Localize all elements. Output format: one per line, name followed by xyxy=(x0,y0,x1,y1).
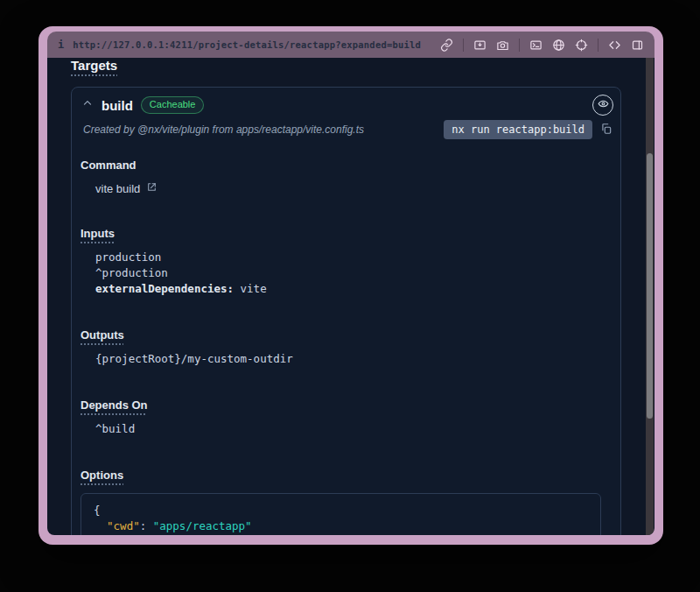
eye-icon xyxy=(598,98,609,112)
toolbar-divider xyxy=(598,39,598,52)
inputs-list: production ^production externalDependenc… xyxy=(95,250,606,297)
input-item: ^production xyxy=(95,265,606,281)
depends-on-item: ^build xyxy=(95,421,606,437)
target-details: Command vite build Inputs production ^pr… xyxy=(72,139,620,535)
code-json-key: "cwd" xyxy=(107,519,140,532)
section-inputs-label: Inputs xyxy=(80,227,115,240)
code-json-colon: : xyxy=(140,519,153,532)
output-item: {projectRoot}/my-custom-outdir xyxy=(95,351,606,367)
page-title: Targets xyxy=(71,58,117,73)
project-details-page: Targets build Cacheable xyxy=(47,58,642,535)
target-header-build[interactable]: build Cacheable xyxy=(72,88,620,116)
input-item: production xyxy=(95,250,606,265)
target-name: build xyxy=(102,98,133,113)
section-outputs-label: Outputs xyxy=(80,328,124,342)
download-icon[interactable] xyxy=(473,39,486,52)
command-value-row: vite build xyxy=(95,181,606,195)
browser-window: i http://127.0.0.1:4211/project-details/… xyxy=(38,26,663,545)
cacheable-badge: Cacheable xyxy=(141,96,205,114)
page-viewport: Targets build Cacheable xyxy=(47,58,654,535)
crosshair-icon[interactable] xyxy=(575,39,588,52)
toolbar-divider xyxy=(519,39,520,52)
globe-icon[interactable] xyxy=(552,39,565,52)
code-indent xyxy=(94,519,107,532)
depends-on-list: ^build xyxy=(95,421,606,437)
code-icon[interactable] xyxy=(608,39,621,52)
target-card-build: build Cacheable Created by @nx/vite/plug… xyxy=(71,87,621,535)
scrollbar-thumb[interactable] xyxy=(647,153,653,419)
section-command-label: Command xyxy=(80,159,136,172)
copy-command-button[interactable] xyxy=(600,123,612,137)
desktop-background: i http://127.0.0.1:4211/project-details/… xyxy=(0,0,700,592)
input-item: externalDependencies: vite xyxy=(95,281,606,297)
copy-icon xyxy=(600,123,612,137)
target-meta-row: Created by @nx/vite/plugin from apps/rea… xyxy=(72,116,620,139)
input-kv-value: vite xyxy=(234,282,267,295)
input-kv-key: externalDependencies: xyxy=(95,282,234,295)
scrollbar[interactable] xyxy=(646,58,654,535)
link-icon[interactable] xyxy=(440,39,453,52)
section-depends-on-label: Depends On xyxy=(80,398,148,412)
run-command-chip: nx run reactapp:build xyxy=(444,120,592,139)
titlebar-actions xyxy=(440,39,644,52)
outputs-list: {projectRoot}/my-custom-outdir xyxy=(95,351,606,367)
command-value: vite build xyxy=(95,182,140,195)
section-options-label: Options xyxy=(80,469,123,482)
terminal-icon[interactable] xyxy=(529,39,542,52)
toolbar-divider xyxy=(463,39,464,52)
code-json-value: "apps/reactapp" xyxy=(153,519,252,532)
code-open-brace: { xyxy=(94,504,101,517)
view-target-build-button[interactable] xyxy=(592,95,613,116)
sidebar-icon[interactable] xyxy=(631,39,644,52)
external-link-icon[interactable] xyxy=(146,181,158,195)
options-code-block: { "cwd": "apps/reactapp" } xyxy=(80,493,601,535)
address-bar-url[interactable]: http://127.0.0.1:4211/project-details/re… xyxy=(73,39,421,50)
chevron-up-icon[interactable] xyxy=(81,97,94,113)
camera-icon[interactable] xyxy=(496,39,509,52)
info-icon: i xyxy=(58,39,64,51)
created-by-text: Created by @nx/vite/plugin from apps/rea… xyxy=(83,123,364,136)
browser-titlebar: i http://127.0.0.1:4211/project-details/… xyxy=(47,32,654,58)
